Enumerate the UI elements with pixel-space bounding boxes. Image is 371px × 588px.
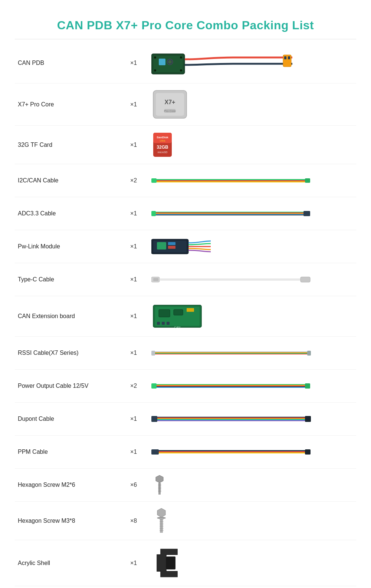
item-image: X7+ Pro Core [148, 83, 356, 126]
item-image: CAN [148, 296, 356, 337]
table-row: Acrylic Shell×1 [15, 540, 356, 586]
item-name: X7+ Pro Core [15, 83, 119, 126]
item-name: CAN PDB [15, 43, 119, 83]
item-name: Type-C Cable [15, 263, 119, 296]
svg-rect-57 [155, 354, 307, 354]
item-qty: ×1 [119, 540, 148, 586]
svg-text:microSD: microSD [158, 151, 168, 153]
item-qty: ×2 [119, 164, 148, 197]
svg-point-4 [168, 60, 172, 64]
svg-rect-75 [159, 450, 305, 451]
svg-rect-78 [305, 449, 311, 455]
svg-rect-51 [167, 322, 170, 325]
svg-rect-11 [288, 56, 290, 59]
svg-rect-42 [301, 277, 310, 282]
svg-text:SanDisk: SanDisk [157, 136, 168, 139]
item-image [148, 230, 356, 263]
item-qty: ×1 [119, 126, 148, 164]
svg-rect-72 [157, 420, 305, 421]
svg-rect-71 [157, 420, 305, 420]
item-qty: ×1 [119, 337, 148, 370]
svg-text:32GB: 32GB [157, 145, 168, 150]
svg-point-8 [180, 69, 182, 72]
item-image [148, 43, 356, 83]
item-name: M3*12 Male of nylon column [15, 586, 119, 588]
svg-text:X7+: X7+ [165, 99, 175, 105]
svg-rect-63 [157, 386, 305, 387]
item-name: I2C/CAN Cable [15, 164, 119, 197]
title-divider [15, 39, 356, 39]
table-row: Hexagon Screw M2*6×6 [15, 469, 356, 502]
svg-rect-34 [303, 211, 310, 216]
svg-rect-38 [168, 242, 175, 245]
svg-rect-74 [151, 449, 159, 455]
item-qty: ×8 [119, 502, 148, 540]
svg-rect-26 [157, 181, 305, 182]
svg-rect-62 [157, 386, 305, 386]
svg-text:Ultra: Ultra [160, 139, 165, 142]
svg-rect-31 [156, 213, 303, 214]
svg-text:Pro Core: Pro Core [164, 109, 176, 113]
item-qty: ×1 [119, 296, 148, 337]
svg-rect-2 [159, 59, 165, 65]
table-row: Pw-Link Module×1 [15, 230, 356, 263]
table-row: CAN Extension board×1 CAN [15, 296, 356, 337]
svg-marker-87 [157, 508, 165, 517]
item-qty: ×1 [119, 197, 148, 230]
svg-rect-59 [151, 383, 157, 389]
svg-rect-55 [155, 352, 307, 353]
table-row: Hexagon Screw M3*8×8 [15, 502, 356, 540]
item-name: CAN Extension board [15, 296, 119, 337]
item-name: PPM Cable [15, 436, 119, 469]
svg-rect-53 [151, 351, 155, 356]
svg-rect-50 [162, 322, 165, 325]
item-image [148, 540, 356, 586]
item-name: Hexagon Screw M3*8 [15, 502, 119, 540]
item-name: Power Output Cable 12/5V [15, 370, 119, 403]
item-name: Pw-Link Module [15, 230, 119, 263]
table-row: Dupont Cable×1 [15, 403, 356, 436]
svg-rect-29 [156, 212, 303, 212]
item-qty: ×2 [119, 370, 148, 403]
svg-rect-76 [159, 451, 305, 452]
svg-rect-73 [305, 416, 311, 422]
svg-rect-32 [156, 214, 303, 215]
svg-rect-33 [156, 215, 303, 215]
svg-rect-46 [159, 310, 170, 317]
item-qty: ×1 [119, 43, 148, 83]
svg-rect-41 [160, 278, 301, 281]
item-name: 32G TF Card [15, 126, 119, 164]
svg-rect-37 [157, 242, 166, 250]
item-image [148, 436, 356, 469]
table-row: M3*12 Male of nylon column×4 [15, 586, 356, 588]
svg-rect-68 [157, 417, 305, 418]
item-qty: ×1 [119, 263, 148, 296]
table-row: I2C/CAN Cable×2 [15, 164, 356, 197]
svg-rect-64 [157, 387, 305, 388]
page-title: CAN PDB X7+ Pro Core Combo Packing List [15, 11, 356, 39]
svg-rect-58 [307, 351, 311, 356]
item-image [148, 197, 356, 230]
item-image [148, 263, 356, 296]
svg-rect-61 [157, 385, 305, 386]
item-qty: ×1 [119, 83, 148, 126]
svg-point-7 [154, 69, 156, 72]
item-name: Acrylic Shell [15, 540, 119, 586]
svg-rect-60 [157, 384, 305, 385]
svg-rect-39 [168, 246, 175, 249]
svg-rect-27 [305, 178, 310, 183]
table-row: X7+ Pro Core×1 X7+ Pro Core [15, 83, 356, 126]
table-row: ADC3.3 Cable×1 [15, 197, 356, 230]
svg-marker-79 [156, 475, 163, 483]
svg-rect-77 [159, 452, 305, 453]
page: CAN PDB X7+ Pro Core Combo Packing List … [0, 0, 371, 588]
packing-list-table: CAN PDB×1 X7+ [15, 43, 356, 588]
item-image: SanDisk Ultra 32GB microSD [148, 126, 356, 164]
item-image [148, 469, 356, 502]
svg-rect-69 [157, 418, 305, 419]
svg-rect-56 [155, 353, 307, 354]
svg-rect-24 [157, 179, 305, 180]
svg-rect-43 [153, 278, 158, 281]
svg-rect-30 [156, 212, 303, 213]
item-name: Hexagon Screw M2*6 [15, 469, 119, 502]
